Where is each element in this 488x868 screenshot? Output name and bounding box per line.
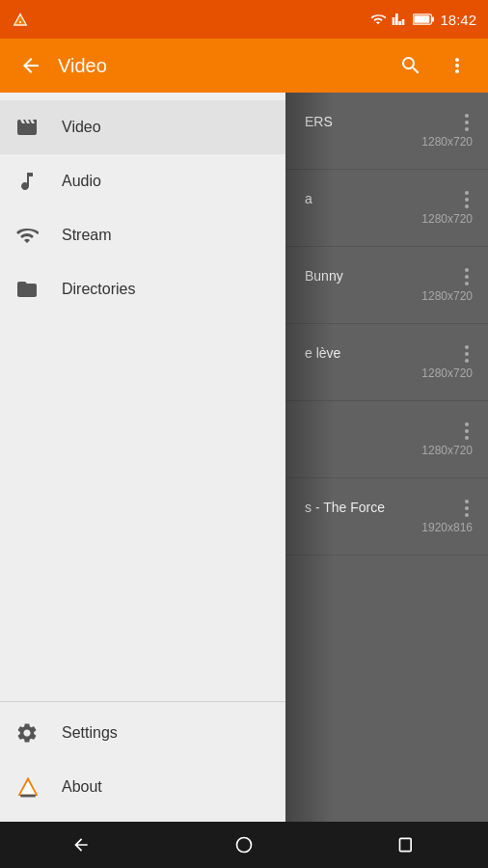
back-button[interactable] (8, 42, 54, 89)
search-icon (399, 54, 422, 77)
svg-point-9 (237, 838, 252, 853)
video-more-button[interactable] (461, 422, 473, 440)
video-more-button[interactable] (461, 268, 473, 285)
bottom-nav (0, 822, 488, 868)
video-more-button[interactable] (461, 191, 473, 208)
drawer-spacer (0, 399, 285, 698)
wifi-icon (370, 12, 386, 27)
svg-rect-8 (20, 795, 36, 798)
drawer-shadow (285, 93, 334, 822)
status-bar-left (12, 11, 29, 28)
drawer-item-label-about: About (62, 778, 102, 796)
drawer-item-settings[interactable]: Settings (0, 706, 285, 760)
toolbar: Video (0, 39, 488, 93)
back-icon (19, 54, 42, 77)
svg-rect-4 (432, 16, 435, 21)
signal-icon (392, 12, 407, 27)
drawer-item-label-video: Video (62, 119, 101, 136)
video-more-button[interactable] (461, 345, 473, 363)
nav-recents-icon (397, 835, 417, 854)
drawer-item-stream[interactable]: Stream (0, 208, 285, 262)
drawer-divider (0, 701, 285, 702)
nav-back-icon (71, 835, 91, 854)
drawer-item-about[interactable]: About (0, 760, 285, 814)
svg-rect-5 (415, 15, 430, 23)
svg-rect-10 (399, 838, 411, 851)
drawer-item-audio[interactable]: Audio (0, 154, 285, 208)
more-options-button[interactable] (434, 42, 480, 89)
drawer: Video Audio Stream (0, 93, 285, 822)
drawer-item-video[interactable]: Video (0, 100, 285, 154)
nav-home-icon (234, 835, 254, 854)
search-button[interactable] (388, 42, 434, 89)
nav-recents-button[interactable] (325, 822, 488, 868)
stream-icon (15, 224, 42, 247)
settings-icon (15, 721, 42, 745)
drawer-item-label-settings: Settings (62, 724, 118, 742)
video-more-button[interactable] (461, 500, 473, 517)
drawer-bottom: Settings About (0, 697, 285, 822)
more-options-icon (446, 54, 469, 77)
vlc-cone-icon (15, 774, 42, 800)
toolbar-title: Video (58, 55, 388, 77)
video-icon (15, 116, 42, 139)
status-bar-right: 18:42 (370, 12, 476, 28)
nav-home-button[interactable] (163, 822, 326, 868)
drawer-nav: Video Audio Stream (0, 93, 285, 399)
drawer-item-label-directories: Directories (62, 281, 135, 298)
audio-icon (15, 170, 42, 193)
video-more-button[interactable] (461, 114, 473, 131)
drawer-item-label-audio: Audio (62, 173, 101, 190)
nav-back-button[interactable] (0, 822, 163, 868)
battery-icon (413, 13, 434, 26)
drawer-item-directories[interactable]: Directories (0, 262, 285, 316)
vlc-notification-icon (12, 11, 29, 28)
main-container: ERS 1280x720 a 1280x720 (0, 93, 488, 822)
status-time: 18:42 (440, 12, 476, 28)
svg-point-2 (19, 21, 21, 23)
drawer-item-label-stream: Stream (62, 227, 112, 244)
status-bar: 18:42 (0, 0, 488, 39)
folder-icon (15, 278, 42, 301)
